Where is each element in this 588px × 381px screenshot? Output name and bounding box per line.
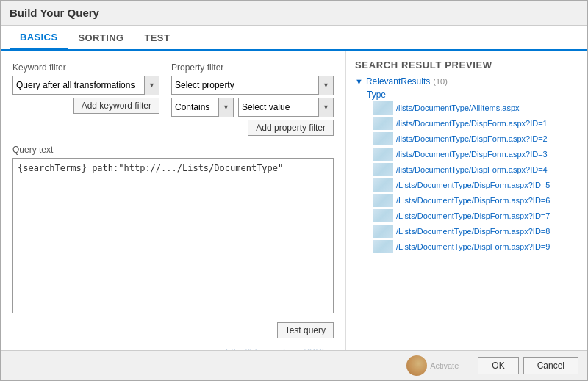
contains-arrow-icon[interactable]: ▼ [218,98,233,117]
dialog-title: Build Your Query [10,7,99,19]
expand-icon: ▼ [355,77,363,86]
result-link[interactable]: /Lists/DocumentType/DispForm.aspx?ID=8 [396,227,550,236]
select-value-arrow-icon[interactable]: ▼ [318,98,333,117]
main-content: Keyword filter Query after all transform… [1,51,587,350]
property-filter-group: Property filter Select property ▼ Contai… [171,62,334,136]
list-item: /lists/DocumentType/AllItems.aspx [361,101,578,115]
add-property-btn-row: Add property filter [171,120,334,136]
select-value-wrap[interactable]: Select value ▼ [238,98,334,117]
list-item: /lists/DocumentType/DispForm.aspx?ID=2 [361,131,578,146]
ok-button[interactable]: OK [478,357,518,374]
tab-sorting[interactable]: SORTING [68,26,134,49]
list-item: /Lists/DocumentType/DispForm.aspx?ID=7 [361,208,578,223]
result-link[interactable]: /lists/DocumentType/DispForm.aspx?ID=4 [396,165,548,174]
left-panel: Keyword filter Query after all transform… [1,51,346,350]
result-link[interactable]: /Lists/DocumentType/DispForm.aspx?ID=9 [396,242,550,251]
result-link[interactable]: /Lists/DocumentType/DispForm.aspx?ID=6 [396,196,550,205]
dialog-container: Build Your Query BASICS SORTING TEST Key… [0,0,588,381]
result-link[interactable]: /lists/DocumentType/DispForm.aspx?ID=1 [396,119,548,128]
type-label[interactable]: Type [361,90,578,100]
property-filter-select[interactable]: Select property [172,76,318,94]
keyword-filter-select-wrap[interactable]: Query after all transformations ▼ [12,76,159,95]
result-thumb [373,240,393,253]
result-thumb [373,209,393,222]
add-keyword-btn-row: Add keyword filter [12,98,159,114]
property-filter-arrow-icon[interactable]: ▼ [318,76,333,95]
root-label: RelevantResults [366,76,430,87]
list-item: /lists/DocumentType/DispForm.aspx?ID=3 [361,147,578,162]
query-text-section: Query text {searchTerms} path:"http://..… [12,145,334,313]
result-thumb [373,194,393,207]
activate-icon [406,355,427,376]
select-value-select[interactable]: Select value [239,98,318,116]
result-thumb [373,148,393,161]
keyword-filter-select[interactable]: Query after all transformations [13,76,144,94]
result-link[interactable]: /lists/DocumentType/AllItems.aspx [396,104,520,112]
keyword-filter-label: Keyword filter [12,62,159,73]
tab-test[interactable]: TEST [134,26,180,49]
dialog-footer: Activate OK Cancel [1,350,587,380]
property-filter-label: Property filter [171,62,334,73]
cancel-button[interactable]: Cancel [523,357,578,374]
keyword-filter-arrow-icon[interactable]: ▼ [144,76,159,95]
result-thumb [373,101,393,115]
list-item: /lists/DocumentType/DispForm.aspx?ID=1 [361,116,578,131]
result-thumb [373,163,393,176]
list-item: /Lists/DocumentType/DispForm.aspx?ID=9 [361,239,578,254]
result-thumb [373,117,393,130]
add-property-filter-button[interactable]: Add property filter [248,120,334,136]
property-row: Contains ▼ Select value ▼ [171,98,334,117]
contains-select[interactable]: Contains [172,98,218,116]
add-keyword-filter-button[interactable]: Add keyword filter [74,98,159,114]
result-thumb [373,225,393,238]
footer-activate-area: Activate [10,355,459,376]
keyword-filter-group: Keyword filter Query after all transform… [12,62,159,136]
list-item: /Lists/DocumentType/DispForm.aspx?ID=5 [361,178,578,192]
search-result-header: SEARCH RESULT PREVIEW [355,59,578,70]
tab-basics[interactable]: BASICS [10,26,68,51]
query-text-label: Query text [12,145,334,155]
contains-select-wrap[interactable]: Contains ▼ [171,98,234,117]
result-thumb [373,178,393,192]
root-count: (10) [433,77,448,86]
test-query-button[interactable]: Test query [277,322,334,338]
list-item: /Lists/DocumentType/DispForm.aspx?ID=8 [361,224,578,239]
filter-row: Keyword filter Query after all transform… [12,62,334,136]
result-root[interactable]: ▼ RelevantResults (10) [355,76,578,87]
activate-text: Activate [430,361,459,370]
result-link[interactable]: /Lists/DocumentType/DispForm.aspx?ID=5 [396,181,550,189]
result-link[interactable]: /Lists/DocumentType/DispForm.aspx?ID=7 [396,211,550,220]
result-children: Type /lists/DocumentType/AllItems.aspx /… [355,90,578,254]
list-item: /Lists/DocumentType/DispForm.aspx?ID=6 [361,193,578,208]
property-filter-select-wrap[interactable]: Select property ▼ [171,76,334,95]
dialog-header: Build Your Query [1,1,587,26]
test-query-row: Test query [12,322,334,338]
result-tree: ▼ RelevantResults (10) Type /lists/Docum… [355,76,578,254]
result-link[interactable]: /lists/DocumentType/DispForm.aspx?ID=2 [396,134,548,143]
result-thumb [373,132,393,145]
query-text-input[interactable]: {searchTerms} path:"http://.../Lists/Doc… [12,158,334,313]
right-panel: SEARCH RESULT PREVIEW ▼ RelevantResults … [346,51,587,350]
result-link[interactable]: /lists/DocumentType/DispForm.aspx?ID=3 [396,150,548,159]
list-item: /lists/DocumentType/DispForm.aspx?ID=4 [361,162,578,177]
tabs-bar: BASICS SORTING TEST [1,26,587,51]
